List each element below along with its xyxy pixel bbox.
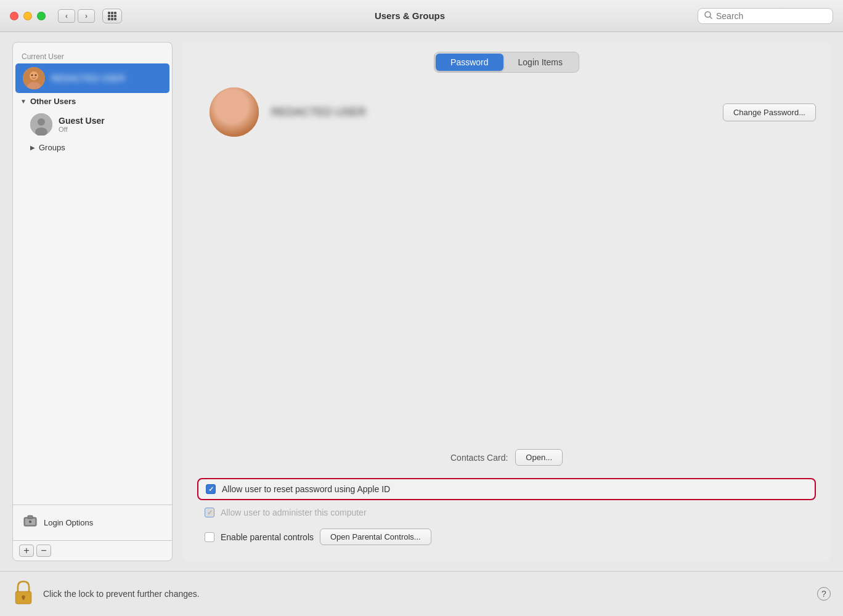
open-contacts-button[interactable]: Open...	[515, 449, 563, 466]
add-user-button[interactable]: +	[19, 545, 34, 557]
current-user-label: Current User	[13, 47, 172, 63]
current-user-avatar	[23, 67, 45, 89]
administer-row: Allow user to administer this computer	[197, 503, 816, 522]
help-button[interactable]: ?	[817, 587, 831, 601]
svg-line-10	[710, 17, 712, 18]
groups-arrow: ▶	[30, 144, 35, 151]
administer-checkbox	[205, 508, 214, 517]
svg-rect-6	[108, 18, 110, 20]
login-options-item[interactable]: Login Options	[18, 509, 167, 537]
search-icon	[704, 11, 712, 21]
contacts-card-label: Contacts Card:	[450, 453, 508, 463]
sidebar: Current User REDACTED USER	[12, 42, 173, 561]
nav-buttons: ‹ ›	[58, 9, 95, 23]
svg-rect-30	[23, 597, 25, 600]
svg-rect-4	[111, 15, 113, 17]
profile-area: REDACTED USER Change Password...	[197, 87, 816, 137]
svg-point-23	[210, 87, 259, 137]
administer-label: Allow user to administer this computer	[221, 508, 367, 517]
login-options-label: Login Options	[44, 518, 93, 527]
current-user-info: REDACTED USER	[51, 73, 125, 83]
guest-user-info: Guest User Off	[59, 116, 105, 133]
forward-button[interactable]: ›	[78, 9, 95, 23]
tab-password[interactable]: Password	[436, 54, 503, 71]
svg-point-27	[236, 104, 240, 108]
bottom-bar: Click the lock to prevent further change…	[0, 571, 843, 616]
tabs-container: Password Login Items	[197, 52, 816, 73]
remove-user-button[interactable]: −	[36, 545, 51, 557]
titlebar: ‹ › Users & Groups	[0, 0, 843, 32]
tabs-group: Password Login Items	[434, 52, 579, 73]
guest-user-item[interactable]: Guest User Off	[13, 110, 172, 139]
groups-disclosure[interactable]: ▶ Groups	[13, 139, 172, 156]
svg-rect-1	[111, 12, 113, 14]
tab-login-items[interactable]: Login Items	[503, 54, 577, 71]
profile-avatar	[210, 87, 259, 137]
groups-label: Groups	[39, 143, 65, 152]
guest-user-status: Off	[59, 126, 105, 133]
parental-controls-label: Enable parental controls	[221, 532, 314, 542]
svg-rect-21	[28, 516, 33, 519]
search-input[interactable]	[716, 11, 826, 21]
svg-rect-8	[114, 18, 116, 20]
sidebar-actions: + −	[13, 540, 172, 561]
open-parental-controls-button[interactable]: Open Parental Controls...	[320, 529, 431, 545]
search-box[interactable]	[698, 8, 833, 24]
svg-point-26	[229, 104, 232, 108]
contacts-row: Contacts Card: Open...	[197, 449, 816, 466]
right-panel: Password Login Items REDACTED USER Ch	[182, 42, 831, 561]
maximize-button[interactable]	[37, 12, 46, 20]
svg-point-24	[224, 97, 244, 117]
main-content: Current User REDACTED USER	[0, 32, 843, 571]
traffic-lights	[10, 12, 46, 20]
reset-password-row: Allow user to reset password using Apple…	[197, 478, 816, 500]
other-users-label: Other Users	[30, 97, 76, 106]
lock-text: Click the lock to prevent further change…	[43, 589, 200, 599]
sidebar-bottom: Login Options	[13, 505, 172, 540]
lock-icon[interactable]	[12, 580, 35, 607]
svg-point-25	[219, 120, 249, 137]
window-title: Users & Groups	[129, 10, 690, 21]
svg-rect-7	[111, 18, 113, 20]
disclosure-arrow-down: ▼	[20, 98, 26, 105]
svg-point-17	[38, 118, 45, 126]
svg-point-15	[35, 75, 37, 76]
sidebar-list: Current User REDACTED USER	[13, 43, 172, 505]
minimize-button[interactable]	[23, 12, 32, 20]
current-user-name: REDACTED USER	[51, 73, 125, 83]
login-options-icon	[23, 514, 38, 532]
reset-password-label: Allow user to reset password using Apple…	[222, 484, 390, 494]
back-button[interactable]: ‹	[58, 9, 75, 23]
grid-button[interactable]	[102, 9, 122, 23]
close-button[interactable]	[10, 12, 18, 20]
svg-rect-0	[108, 12, 110, 14]
svg-rect-5	[114, 15, 116, 17]
profile-name: REDACTED USER	[271, 106, 366, 119]
guest-user-name: Guest User	[59, 116, 105, 126]
parental-controls-checkbox[interactable]	[205, 532, 214, 542]
change-password-button[interactable]: Change Password...	[723, 103, 816, 121]
reset-password-checkbox[interactable]	[206, 484, 216, 494]
svg-rect-2	[114, 12, 116, 14]
current-user-item[interactable]: REDACTED USER	[15, 63, 169, 93]
svg-point-22	[29, 521, 31, 523]
guest-user-avatar	[30, 113, 52, 136]
svg-point-14	[31, 75, 33, 76]
svg-rect-3	[108, 15, 110, 17]
parental-controls-row: Enable parental controls Open Parental C…	[197, 525, 816, 549]
other-users-disclosure[interactable]: ▼ Other Users	[13, 93, 172, 110]
